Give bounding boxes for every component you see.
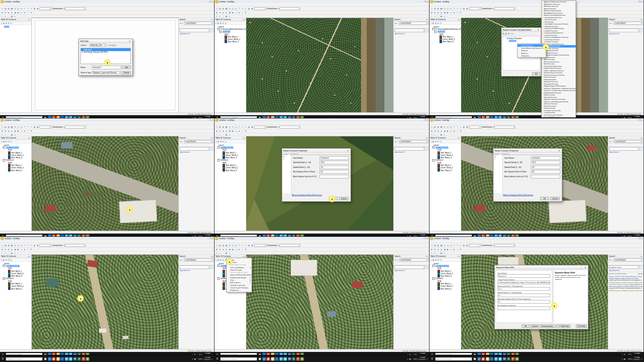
home-icon[interactable]: ⌂ [398, 141, 399, 143]
minimize-icon[interactable]: – [580, 266, 583, 269]
cut-icon[interactable]: ◳ [443, 244, 446, 246]
about-function-link[interactable]: About the Segment Mean Shift function [292, 194, 322, 196]
tray-expand-icon[interactable]: ∧ [407, 358, 408, 360]
sketch-icon[interactable]: ▱ [219, 252, 221, 254]
dialog-tab[interactable] [287, 154, 291, 155]
forward-icon[interactable]: ▸ [181, 22, 182, 24]
back-extent-icon[interactable]: ◀ [228, 130, 231, 132]
classification-layer-combobox[interactable] [279, 244, 300, 247]
undo-icon[interactable]: ↶ [238, 244, 241, 246]
forward-extent-icon[interactable]: ▶ [446, 248, 449, 250]
zoom-in-icon[interactable]: ⊕ [430, 130, 433, 132]
volume-icon[interactable]: ♪ [197, 358, 198, 360]
dialog-field[interactable]: Min Segment Size In Pixels20 [293, 170, 349, 174]
open-icon[interactable]: ▤ [4, 8, 7, 10]
minimize-icon[interactable]: – [208, 119, 209, 121]
maximize-icon[interactable]: ❐ [424, 119, 426, 121]
notification-center-icon[interactable]: ▭ [641, 354, 642, 355]
volume-icon[interactable]: ♪ [412, 358, 413, 360]
trace-icon[interactable]: ◌ [222, 15, 225, 17]
search-icon[interactable]: ○ [425, 147, 428, 151]
snap-icon[interactable]: ▣ [225, 134, 228, 136]
volume-icon[interactable]: ♪ [412, 354, 413, 355]
save-icon[interactable]: ▥ [222, 126, 225, 128]
pin-icon[interactable]: ▾ [426, 137, 427, 139]
taskbar-search-input[interactable] [220, 353, 257, 355]
add-data-icon[interactable]: + [30, 244, 33, 246]
dialog-tab[interactable] [506, 153, 509, 155]
layer-checkbox[interactable] [3, 159, 5, 161]
pan-icon[interactable]: ◈ [222, 12, 225, 14]
sketch-icon[interactable]: ▱ [433, 15, 436, 17]
print-icon[interactable]: ▦ [440, 8, 443, 10]
pan-icon[interactable]: ◈ [437, 130, 440, 132]
editor-pencil-icon[interactable]: ✎ [215, 252, 218, 254]
measure-icon[interactable]: ✎ [30, 12, 33, 14]
more-tools-icon[interactable]: ▸ [443, 134, 446, 136]
search-scope-combobox[interactable]: Local Search [614, 259, 643, 261]
open-icon[interactable]: ▤ [433, 8, 436, 10]
search-result-item[interactable]: Train ISO Cluster Classifier (Spatial An… [609, 283, 643, 292]
minimize-icon[interactable]: – [637, 1, 638, 3]
minimize-icon[interactable]: – [637, 119, 638, 121]
excel-icon[interactable]: X [77, 353, 81, 355]
tray-expand-icon[interactable]: ∧ [192, 358, 193, 360]
measure-icon[interactable]: ✎ [244, 12, 247, 14]
ok-button[interactable]: OK [532, 72, 540, 75]
google-chrome-icon[interactable]: ◉ [52, 353, 56, 355]
function-list-item[interactable]: ƒSentinel-1 Radiometric Calibration Func… [542, 87, 576, 90]
print-icon[interactable]: ▦ [225, 126, 228, 128]
select-features-icon[interactable]: ▭ [235, 12, 237, 14]
trace-icon[interactable]: ◌ [7, 15, 10, 17]
cancel-button[interactable]: Cancel [550, 197, 560, 200]
search-scope-combobox[interactable]: Local Search [399, 259, 428, 261]
toc-layer-item[interactable]: Blue: Band_3 [215, 41, 246, 43]
environments-button[interactable]: Environments... [540, 325, 556, 328]
cut-icon[interactable]: ◳ [14, 126, 17, 128]
back-icon[interactable]: ◂ [609, 259, 610, 261]
back-icon[interactable]: ◂ [180, 22, 180, 24]
mail-icon[interactable]: ✉ [279, 353, 283, 355]
list-by-selection-icon[interactable]: ⊟ [222, 141, 224, 143]
toc-layer-item[interactable]: Layers [0, 25, 31, 28]
editor-pencil-icon[interactable]: ✎ [430, 15, 433, 17]
mail-icon[interactable]: ✉ [279, 357, 283, 361]
function-tree-item[interactable]: Kolovai.tif [503, 39, 540, 42]
full-extent-icon[interactable]: ◎ [225, 248, 228, 250]
pin-icon[interactable]: ▾ [426, 255, 427, 257]
taskbar-search-input[interactable] [220, 357, 257, 361]
layer-checkbox[interactable] [432, 146, 435, 149]
editor-pencil-icon[interactable]: ✎ [1, 15, 4, 17]
close-icon[interactable]: ✕ [212, 1, 213, 3]
search-scope-combobox[interactable]: Local Search [399, 22, 428, 25]
catalog-icon[interactable]: ◆ [251, 244, 254, 246]
search-icon[interactable]: ○ [639, 29, 643, 32]
task-view-icon[interactable]: ▣ [43, 353, 47, 355]
gp-parameter[interactable]: Input RasterKolovai.tif [497, 272, 550, 278]
scale-combobox[interactable] [39, 126, 52, 128]
minimize-icon[interactable]: – [208, 1, 209, 3]
catalog-icon[interactable]: ◆ [466, 8, 469, 10]
microsoft-edge-icon[interactable]: e [48, 357, 52, 361]
list-by-visibility-icon[interactable]: ⊞ [5, 141, 7, 143]
copy-icon[interactable]: ◲ [231, 8, 234, 10]
list-by-selection-icon[interactable]: ⊟ [8, 22, 9, 24]
dialog-field[interactable]: Input RasterKolovai.tif [504, 156, 560, 160]
dialog-field[interactable]: Spatial Detail (1...20)15 [293, 165, 349, 169]
full-extent-icon[interactable]: ◎ [440, 130, 443, 132]
scale-combobox[interactable] [469, 126, 481, 128]
microsoft-store-icon[interactable]: ⌂ [275, 357, 279, 361]
back-icon[interactable]: ◂ [609, 141, 610, 143]
back-icon[interactable]: ◂ [180, 141, 180, 143]
start-button[interactable]: ⊞ [215, 357, 219, 360]
forward-icon[interactable]: ▸ [611, 141, 611, 143]
mail-icon[interactable]: ✉ [65, 353, 68, 355]
catalog-icon[interactable]: ◆ [36, 8, 39, 10]
layer-checkbox[interactable] [3, 277, 5, 280]
zoom-in-icon[interactable]: ⊕ [1, 130, 4, 132]
save-icon[interactable]: ▥ [7, 126, 10, 128]
zoom-out-icon[interactable]: ⊖ [219, 12, 221, 14]
editor-pencil-icon[interactable]: ✎ [215, 134, 218, 136]
snap-icon[interactable]: ▣ [225, 15, 228, 17]
more-tools-icon[interactable]: ▸ [443, 252, 446, 254]
